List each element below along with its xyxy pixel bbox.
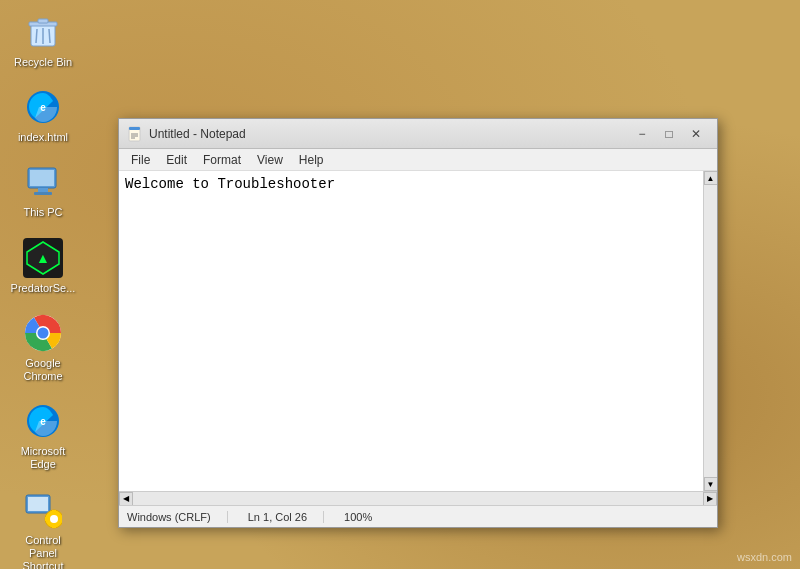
status-line-ending: Windows (CRLF)	[127, 511, 228, 523]
svg-rect-2	[38, 19, 48, 23]
predator-label: PredatorSe...	[11, 282, 76, 295]
notepad-window: Untitled - Notepad − □ ✕ File Edit Forma…	[118, 118, 718, 528]
recycle-bin-label: Recycle Bin	[14, 56, 72, 69]
svg-rect-11	[34, 192, 52, 195]
svg-rect-26	[45, 517, 48, 521]
notepad-menu-bar: File Edit Format View Help	[119, 149, 717, 171]
scroll-left-arrow[interactable]: ◀	[119, 492, 133, 506]
vertical-scrollbar[interactable]: ▲ ▼	[703, 171, 717, 491]
control-panel-icon[interactable]: Control Panel Shortcut	[8, 486, 78, 570]
predator-icon[interactable]: ▲ PredatorSe...	[8, 234, 78, 299]
google-chrome-label: Google Chrome	[12, 357, 74, 383]
svg-rect-21	[28, 497, 48, 511]
svg-rect-9	[30, 170, 54, 186]
svg-line-5	[49, 29, 50, 43]
svg-rect-24	[52, 510, 56, 513]
status-zoom: 100%	[344, 511, 388, 523]
svg-rect-29	[129, 127, 140, 130]
scroll-track	[704, 185, 717, 477]
notepad-title: Untitled - Notepad	[149, 127, 629, 141]
microsoft-edge-icon[interactable]: e Microsoft Edge	[8, 397, 78, 475]
scroll-down-arrow[interactable]: ▼	[704, 477, 718, 491]
svg-rect-10	[38, 188, 48, 192]
maximize-button[interactable]: □	[656, 124, 682, 144]
minimize-button[interactable]: −	[629, 124, 655, 144]
menu-edit[interactable]: Edit	[158, 151, 195, 169]
desktop-icons: Recycle Bin e index.html	[8, 8, 78, 569]
svg-rect-27	[60, 517, 62, 521]
menu-format[interactable]: Format	[195, 151, 249, 169]
menu-file[interactable]: File	[123, 151, 158, 169]
control-panel-label: Control Panel Shortcut	[12, 534, 74, 570]
menu-help[interactable]: Help	[291, 151, 332, 169]
index-html-label: index.html	[18, 131, 68, 144]
watermark: wsxdn.com	[737, 551, 792, 563]
notepad-window-icon	[127, 126, 143, 142]
svg-rect-25	[52, 525, 56, 528]
scroll-right-arrow[interactable]: ▶	[703, 492, 717, 506]
this-pc-icon[interactable]: This PC	[8, 158, 78, 223]
title-bar-buttons: − □ ✕	[629, 124, 709, 144]
menu-view[interactable]: View	[249, 151, 291, 169]
notepad-title-bar: Untitled - Notepad − □ ✕	[119, 119, 717, 149]
microsoft-edge-label: Microsoft Edge	[12, 445, 74, 471]
this-pc-label: This PC	[23, 206, 62, 219]
index-html-icon[interactable]: e index.html	[8, 83, 78, 148]
google-chrome-icon[interactable]: Google Chrome	[8, 309, 78, 387]
horizontal-scrollbar[interactable]: ◀ ▶	[119, 491, 717, 505]
notepad-status-bar: Windows (CRLF) Ln 1, Col 26 100%	[119, 505, 717, 527]
svg-point-17	[38, 327, 49, 338]
status-position: Ln 1, Col 26	[248, 511, 324, 523]
svg-text:▲: ▲	[36, 250, 50, 266]
svg-point-23	[50, 515, 58, 523]
svg-text:e: e	[40, 416, 46, 427]
recycle-bin-icon[interactable]: Recycle Bin	[8, 8, 78, 73]
close-button[interactable]: ✕	[683, 124, 709, 144]
notepad-text[interactable]: Welcome to Troubleshooter	[119, 171, 703, 491]
scroll-up-arrow[interactable]: ▲	[704, 171, 718, 185]
scroll-h-track	[133, 492, 703, 505]
notepad-content-area: Welcome to Troubleshooter ▲ ▼	[119, 171, 717, 491]
svg-text:e: e	[40, 102, 46, 113]
svg-line-3	[36, 29, 37, 43]
